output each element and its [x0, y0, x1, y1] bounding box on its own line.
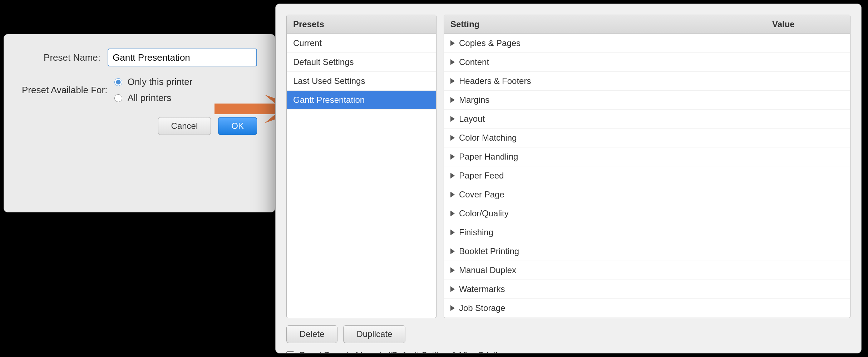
- settings-header-setting: Setting: [450, 19, 772, 29]
- triangle-icon: [450, 78, 455, 84]
- left-cancel-button[interactable]: Cancel: [158, 117, 211, 135]
- setting-copies-pages[interactable]: Copies & Pages: [444, 34, 850, 53]
- all-printers-label: All printers: [127, 92, 171, 104]
- presets-header: Presets: [287, 15, 436, 34]
- settings-header: Setting Value: [444, 15, 850, 34]
- setting-headers-footers[interactable]: Headers & Footers: [444, 72, 850, 91]
- setting-finishing[interactable]: Finishing: [444, 223, 850, 242]
- triangle-icon: [450, 116, 455, 122]
- setting-layout[interactable]: Layout: [444, 110, 850, 129]
- setting-color-matching[interactable]: Color Matching: [444, 129, 850, 147]
- setting-manual-duplex[interactable]: Manual Duplex: [444, 261, 850, 280]
- preset-gantt[interactable]: Gantt Presentation: [287, 91, 436, 110]
- triangle-icon: [450, 59, 455, 65]
- setting-label: Manual Duplex: [459, 265, 516, 275]
- triangle-icon: [450, 154, 455, 160]
- setting-margins[interactable]: Margins: [444, 91, 850, 110]
- left-dialog-wrapper: Preset Name: Preset Available For: Only …: [0, 29, 279, 218]
- triangle-icon: [450, 173, 455, 178]
- setting-label: Cover Page: [459, 190, 504, 200]
- triangle-icon: [450, 40, 455, 46]
- setting-cover-page[interactable]: Cover Page: [444, 185, 850, 204]
- triangle-icon: [450, 97, 455, 103]
- setting-color-quality[interactable]: Color/Quality: [444, 204, 850, 223]
- setting-label: Content: [459, 57, 489, 67]
- triangle-icon: [450, 192, 455, 197]
- reset-checkbox[interactable]: [286, 351, 294, 353]
- setting-label: Color Matching: [459, 133, 517, 143]
- triangle-icon: [450, 267, 455, 273]
- radio-all-printers: All printers: [114, 92, 192, 104]
- preset-action-buttons: Delete Duplicate: [286, 325, 850, 343]
- setting-label: Job Storage: [459, 303, 505, 313]
- preset-last-used[interactable]: Last Used Settings: [287, 72, 436, 91]
- triangle-icon: [450, 305, 455, 311]
- setting-label: Finishing: [459, 227, 493, 237]
- setting-label: Paper Handling: [459, 152, 518, 162]
- setting-job-storage[interactable]: Job Storage: [444, 299, 850, 318]
- left-dialog: Preset Name: Preset Available For: Only …: [4, 34, 275, 212]
- settings-header-value: Value: [772, 19, 844, 29]
- setting-label: Paper Feed: [459, 171, 504, 181]
- setting-label: Watermarks: [459, 284, 505, 294]
- setting-label: Headers & Footers: [459, 76, 531, 86]
- setting-label: Color/Quality: [459, 208, 509, 218]
- presets-panel: Presets Current Default Settings Last Us…: [286, 15, 437, 318]
- preset-available-label: Preset Available For:: [22, 85, 107, 96]
- preset-name-row: Preset Name:: [22, 49, 257, 66]
- delete-button[interactable]: Delete: [286, 325, 337, 343]
- settings-list: Copies & Pages Content Headers & Footers…: [444, 34, 850, 318]
- triangle-icon: [450, 248, 455, 254]
- setting-label: Margins: [459, 95, 489, 105]
- setting-paper-feed[interactable]: Paper Feed: [444, 166, 850, 185]
- triangle-icon: [450, 211, 455, 216]
- right-dialog: Presets Current Default Settings Last Us…: [275, 4, 862, 353]
- only-printer-radio[interactable]: [114, 78, 122, 86]
- radio-only-printer: Only this printer: [114, 76, 192, 87]
- only-printer-label: Only this printer: [127, 76, 192, 87]
- preset-name-label: Preset Name:: [22, 52, 100, 63]
- triangle-icon: [450, 135, 455, 141]
- reset-label: Reset Presets Menu to "Default Settings"…: [299, 350, 507, 353]
- setting-booklet-printing[interactable]: Booklet Printing: [444, 242, 850, 261]
- preset-current[interactable]: Current: [287, 34, 436, 53]
- triangle-icon: [450, 230, 455, 235]
- preset-default[interactable]: Default Settings: [287, 53, 436, 72]
- settings-panel: Setting Value Copies & Pages Content Hea…: [444, 15, 850, 318]
- preset-name-input[interactable]: [108, 49, 257, 66]
- all-printers-radio[interactable]: [114, 94, 122, 102]
- setting-watermarks[interactable]: Watermarks: [444, 280, 850, 299]
- radio-group: Only this printer All printers: [114, 76, 192, 104]
- right-bottom: Delete Duplicate Reset Presets Menu to "…: [276, 318, 861, 353]
- triangle-icon: [450, 286, 455, 292]
- right-content: Presets Current Default Settings Last Us…: [276, 4, 861, 318]
- setting-paper-handling[interactable]: Paper Handling: [444, 147, 850, 166]
- preset-list: Current Default Settings Last Used Setti…: [287, 34, 436, 318]
- setting-label: Layout: [459, 114, 485, 124]
- setting-label: Copies & Pages: [459, 38, 521, 48]
- duplicate-button[interactable]: Duplicate: [343, 325, 405, 343]
- reset-row: Reset Presets Menu to "Default Settings"…: [286, 350, 850, 353]
- setting-content[interactable]: Content: [444, 53, 850, 72]
- setting-label: Booklet Printing: [459, 246, 519, 256]
